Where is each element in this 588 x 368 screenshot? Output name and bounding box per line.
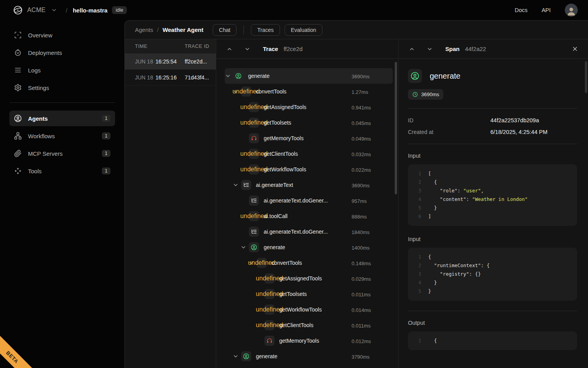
span-row-gettoolsets[interactable]: undefined getToolsets 0.045ms <box>225 115 393 130</box>
span-label: getToolsets <box>279 291 307 297</box>
span-duration: 0.148ms <box>352 261 371 266</box>
trace-row-id: ff2ce2d... <box>185 58 207 65</box>
span-timing: 3690ms <box>352 72 390 80</box>
span-timing: 1.27ms <box>352 88 390 95</box>
span-duration: 3690ms <box>352 183 369 188</box>
span-row-ai-generatetext[interactable]: ai.generateText 3690ms <box>225 177 393 193</box>
span-timing: 0.014ms <box>352 306 390 313</box>
user-avatar[interactable] <box>565 4 578 17</box>
sidebar-item-overview[interactable]: Overview <box>9 27 115 43</box>
trace-row[interactable]: JUN 1816:25:54 ff2ce2d... <box>125 54 216 70</box>
tool-icon: undefined <box>264 320 275 330</box>
gear-icon <box>14 84 22 92</box>
project-name[interactable]: hello-mastra <box>73 7 107 14</box>
span-scrollbar[interactable] <box>585 61 587 93</box>
span-name-row: generate <box>408 69 577 83</box>
span-timing: 0.012ms <box>352 337 390 345</box>
span-row-ai-generatetext-dogener[interactable]: ai.generateText.doGener... 957ms <box>225 193 393 208</box>
sidebar-item-mcp-servers[interactable]: MCP Servers 1 <box>9 146 115 161</box>
trace-list-header: TIME TRACE ID <box>125 39 216 54</box>
span-timing: 0.941ms <box>352 103 390 111</box>
tab-chat[interactable]: Chat <box>213 24 237 36</box>
span-row-generate[interactable]: generate 1400ms <box>225 239 393 255</box>
span-row-getclienttools[interactable]: undefined getClientTools 0.011ms <box>225 317 393 333</box>
span-duration: 0.012ms <box>352 338 371 344</box>
code-line: 5 } <box>414 204 571 212</box>
sidebar-item-tools[interactable]: Tools 1 <box>9 163 115 179</box>
span-row-getmemorytools[interactable]: getMemoryTools 0.012ms <box>225 333 393 349</box>
chevron-down-icon[interactable] <box>233 182 239 188</box>
span-timing: 0.045ms <box>352 119 390 127</box>
sidebar-item-workflows[interactable]: Workflows 1 <box>9 128 115 144</box>
org-name[interactable]: ACME <box>27 7 46 14</box>
span-label: generate <box>256 353 277 359</box>
span-duration: 0.022ms <box>352 167 371 173</box>
span-sections: Input1[2 {3 "role": "user",4 "content": … <box>408 153 577 350</box>
field-label: ID <box>408 117 490 123</box>
span-row-converttools[interactable]: undefined convertTools 0.148ms <box>225 255 393 271</box>
span-row-generate[interactable]: generate 3690ms <box>225 68 393 84</box>
span-timing: 3690ms <box>352 181 390 189</box>
span-row-gettoolsets[interactable]: undefined getToolsets 0.011ms <box>225 286 393 302</box>
code-line: 1 { <box>414 336 571 345</box>
close-icon[interactable] <box>569 44 580 55</box>
code-line: 4 "content": "Weather in London" <box>414 195 571 204</box>
span-duration: 0.011ms <box>352 292 371 298</box>
span-duration: 888ms <box>352 214 367 220</box>
span-label: generate <box>264 244 285 250</box>
span-timing: 957ms <box>352 197 390 204</box>
code-line: 1{ <box>414 253 571 261</box>
chevron-down-icon[interactable] <box>51 7 57 13</box>
trace-row[interactable]: JUN 1816:25:16 71d43f4... <box>125 70 216 86</box>
tool-icon: undefined <box>249 102 259 112</box>
sidebar-item-logs[interactable]: Logs <box>9 62 115 78</box>
span-row-getclienttools[interactable]: undefined getClientTools 0.032ms <box>225 146 393 162</box>
prev-trace-button[interactable] <box>224 44 235 55</box>
chevron-down-icon[interactable] <box>240 244 247 250</box>
span-row-generate[interactable]: generate 3790ms <box>225 349 393 364</box>
breadcrumb-agents[interactable]: Agents <box>135 26 153 33</box>
api-link[interactable]: API <box>542 7 551 13</box>
section-label: Output <box>408 320 577 326</box>
sidebar-item-settings[interactable]: Settings <box>9 80 115 95</box>
span-row-ai-toolcall[interactable]: undefined ai.toolCall 888ms <box>225 208 393 224</box>
span-row-ai-generatetext-dogener[interactable]: ai.generateText.doGener... 1840ms <box>225 224 393 239</box>
span-label: getWorkflowTools <box>264 166 306 173</box>
tab-evaluation[interactable]: Evaluation <box>285 24 322 36</box>
next-span-button[interactable] <box>424 44 435 55</box>
span-duration: 3690ms <box>421 92 439 97</box>
page-title: Weather Agent <box>163 26 203 33</box>
next-trace-button[interactable] <box>242 44 253 55</box>
span-timing: 0.148ms <box>352 259 390 267</box>
tab-separator <box>243 26 244 34</box>
section-label: Input <box>408 153 577 159</box>
sidebar-item-agents[interactable]: Agents 1 <box>9 111 115 126</box>
trace-row-id: 71d43f4... <box>185 74 209 81</box>
tab-traces[interactable]: Traces <box>251 24 280 36</box>
span-row-getmemorytools[interactable]: getMemoryTools 0.049ms <box>225 130 393 146</box>
span-row-getassignedtools[interactable]: undefined getAssignedTools 0.029ms <box>225 271 393 286</box>
span-label: convertTools <box>271 260 302 266</box>
tool-icon: undefined <box>249 211 259 221</box>
docs-link[interactable]: Docs <box>515 7 528 13</box>
sidebar-sections: Agents 1 Workflows 1 MCP Servers 1 Tools… <box>9 111 115 179</box>
chevron-down-icon[interactable] <box>233 353 239 359</box>
tool-icon: undefined <box>264 305 275 315</box>
span-title: Span <box>445 46 460 52</box>
span-duration: 957ms <box>352 198 367 204</box>
prev-span-button[interactable] <box>406 44 417 55</box>
agent-icon <box>14 114 22 122</box>
sidebar: Overview Deployments Logs Settings Agent… <box>0 20 124 368</box>
span-timing: 0.032ms <box>352 150 390 158</box>
agent-icon <box>408 69 422 83</box>
span-row-getassignedtools[interactable]: undefined getAssignedTools 0.941ms <box>225 99 393 115</box>
sidebar-item-label: Workflows <box>28 133 55 139</box>
span-row-getworkflowtools[interactable]: undefined getWorkflowTools 0.022ms <box>225 162 393 177</box>
trace-scrollbar[interactable] <box>395 62 397 194</box>
chevron-down-icon[interactable] <box>225 73 231 79</box>
span-row-converttools[interactable]: undefined convertTools 1.27ms <box>225 84 393 99</box>
span-row-getworkflowtools[interactable]: undefined getWorkflowTools 0.014ms <box>225 302 393 317</box>
field-value: 6/18/2025, 4:25:44 PM <box>490 129 548 135</box>
sidebar-item-deployments[interactable]: Deployments <box>9 45 115 60</box>
code-block: 1{2 "runtimeContext": {3 "registry": {}4… <box>408 248 577 301</box>
